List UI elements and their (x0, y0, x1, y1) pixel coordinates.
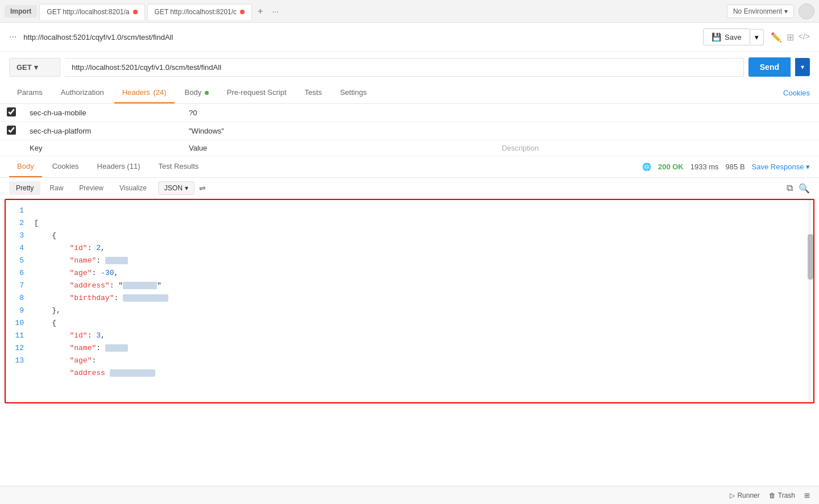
tab-bar-right: No Environment ▾ (727, 3, 814, 19)
response-toolbar: Pretty Raw Preview Visualize JSON ▾ ⇌ ⧉ … (0, 178, 819, 199)
request-row: GET ▾ Send ▾ (0, 52, 819, 82)
chevron-down-icon: ▾ (784, 7, 788, 15)
value-placeholder[interactable]: Value (182, 140, 495, 156)
tab-prerequest[interactable]: Pre-request Script (219, 82, 295, 103)
header-key-2: sec-ch-ua-platform (23, 122, 182, 140)
tab-params[interactable]: Params (9, 82, 51, 103)
save-button[interactable]: 💾 Save (703, 28, 750, 45)
body-dot-icon (205, 91, 209, 95)
response-tab-headers[interactable]: Headers (11) (89, 156, 148, 177)
json-format-selector[interactable]: JSON ▾ (158, 181, 195, 195)
environment-selector[interactable]: No Environment ▾ (727, 5, 794, 18)
header-value-2: "Windows" (182, 122, 495, 140)
json-response-area: 1 2 3 4 5 6 7 8 9 10 11 12 13 [ { "id": … (5, 199, 814, 403)
layout-icon[interactable]: ⊞ (787, 32, 794, 43)
headers-table: sec-ch-ua-mobile ?0 sec-ch-ua-platform "… (0, 104, 819, 156)
line-numbers: 1 2 3 4 5 6 7 8 9 10 11 12 13 (6, 200, 30, 402)
json-format-label: JSON (164, 184, 183, 192)
format-preview[interactable]: Preview (72, 181, 110, 195)
wrap-icon[interactable]: ⇌ (199, 184, 206, 193)
tab-tests[interactable]: Tests (297, 82, 330, 103)
save-icon: 💾 (712, 32, 721, 41)
cookies-link[interactable]: Cookies (783, 89, 810, 97)
response-time: 1933 ms (690, 163, 719, 171)
scrollbar-track[interactable] (808, 200, 813, 402)
headers-count: (24) (153, 88, 166, 97)
tab-body[interactable]: Body (177, 82, 217, 103)
url-input[interactable] (65, 58, 744, 77)
header-desc-1 (495, 104, 819, 122)
url-display: http://localhost:5201/cqyf/v1.0/scm/test… (23, 33, 698, 41)
key-placeholder[interactable]: Key (23, 140, 182, 156)
table-row: sec-ch-ua-mobile ?0 (0, 104, 819, 122)
json-chevron-icon: ▾ (185, 184, 188, 192)
request-tabs-row: Params Authorization Headers (24) Body P… (0, 82, 819, 104)
action-icons: ✏️ ⊞ </> (771, 32, 810, 43)
response-size: 985 B (726, 163, 745, 171)
save-response-label: Save Response (752, 163, 804, 171)
format-raw[interactable]: Raw (43, 181, 70, 195)
more-tabs-button[interactable]: ··· (268, 7, 282, 16)
search-icon[interactable]: 🔍 (799, 183, 810, 194)
method-chevron-icon: ▾ (34, 63, 38, 72)
header-checkbox-2[interactable] (7, 126, 16, 135)
tab-get-c[interactable]: GET http://localhost:8201/c (147, 4, 253, 20)
header-key-1: sec-ch-ua-mobile (23, 104, 182, 122)
method-selector[interactable]: GET ▾ (9, 58, 60, 77)
url-bar-row: ··· http://localhost:5201/cqyf/v1.0/scm/… (0, 23, 819, 52)
code-icon[interactable]: </> (799, 32, 810, 43)
env-label: No Environment (733, 7, 782, 15)
header-checkbox-1[interactable] (7, 107, 16, 116)
scrollbar-thumb[interactable] (808, 234, 813, 280)
tab-get-a[interactable]: GET http://localhost:8201/a (39, 4, 144, 20)
response-tabs-row: Body Cookies Headers (11) Test Results 🌐… (0, 156, 819, 178)
add-tab-button[interactable]: + (254, 6, 266, 16)
header-desc-2 (495, 122, 819, 140)
response-tab-body[interactable]: Body (9, 156, 42, 177)
status-badge: 200 OK (658, 163, 684, 171)
avatar[interactable] (799, 3, 814, 19)
copy-icon[interactable]: ⧉ (787, 183, 793, 194)
desc-placeholder[interactable]: Description (495, 140, 819, 156)
save-response-button[interactable]: Save Response ▾ (752, 163, 810, 171)
format-pretty[interactable]: Pretty (9, 181, 40, 195)
method-label: GET (16, 63, 32, 72)
tab-settings[interactable]: Settings (332, 82, 375, 103)
format-visualize[interactable]: Visualize (113, 181, 154, 195)
save-dropdown-button[interactable]: ▾ (750, 29, 764, 45)
edit-icon[interactable]: ✏️ (771, 32, 782, 43)
response-meta: 🌐 200 OK 1933 ms 985 B Save Response ▾ (642, 163, 810, 171)
tab-get-c-label: GET http://localhost:8201/c (155, 8, 237, 16)
toolbar-right: ⧉ 🔍 (787, 183, 810, 194)
save-label: Save (725, 33, 742, 41)
import-button[interactable]: Import (5, 5, 37, 18)
response-tab-tests[interactable]: Test Results (150, 156, 206, 177)
json-code-content[interactable]: [ { "id": 2, "name": "age": -30, "addres… (30, 200, 808, 402)
tab-dot-c (240, 10, 245, 14)
response-tab-cookies[interactable]: Cookies (44, 156, 87, 177)
more-dots-icon[interactable]: ··· (9, 32, 16, 42)
tab-authorization[interactable]: Authorization (53, 82, 112, 103)
tab-dot-a (133, 10, 138, 14)
headers-section: sec-ch-ua-mobile ?0 sec-ch-ua-platform "… (0, 104, 819, 156)
globe-icon: 🌐 (642, 163, 651, 171)
table-row-empty: Key Value Description (0, 140, 819, 156)
tab-bar: Import GET http://localhost:8201/a GET h… (0, 0, 819, 23)
send-button[interactable]: Send (748, 57, 791, 77)
tab-get-a-label: GET http://localhost:8201/a (47, 8, 129, 16)
table-row: sec-ch-ua-platform "Windows" (0, 122, 819, 140)
tab-headers[interactable]: Headers (24) (114, 82, 175, 103)
send-dropdown-button[interactable]: ▾ (795, 58, 810, 76)
header-value-1: ?0 (182, 104, 495, 122)
